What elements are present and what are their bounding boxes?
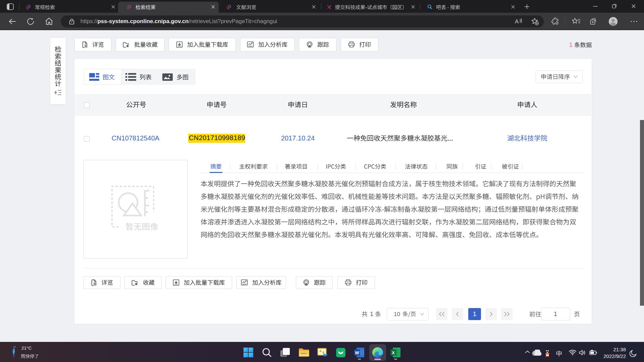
svg-text:A: A	[515, 18, 519, 25]
svg-text:X: X	[392, 350, 395, 355]
svg-text:W: W	[355, 350, 359, 355]
